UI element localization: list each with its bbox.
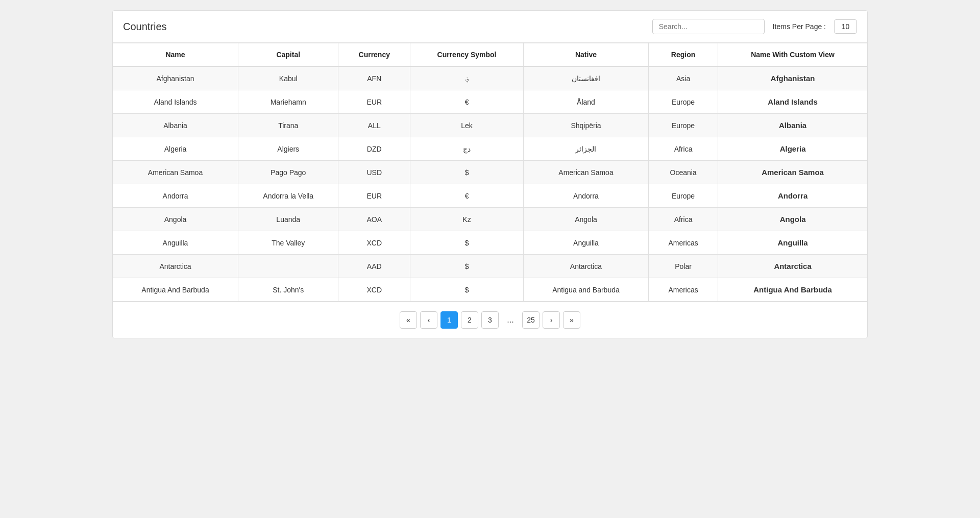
- cell-native: Antarctica: [523, 255, 648, 278]
- cell-name: Angola: [113, 208, 238, 231]
- cell-name_custom: Aland Islands: [718, 90, 867, 114]
- table-header: NameCapitalCurrencyCurrency SymbolNative…: [113, 43, 867, 67]
- table-body: AfghanistanKabulAFN؋افغانستانAsiaAfghani…: [113, 66, 867, 302]
- cell-native: American Samoa: [523, 161, 648, 184]
- cell-name: Afghanistan: [113, 66, 238, 90]
- cell-currency: EUR: [338, 90, 410, 114]
- cell-native: Shqipëria: [523, 114, 648, 137]
- cell-capital: The Valley: [238, 231, 338, 255]
- cell-region: Polar: [649, 255, 718, 278]
- cell-name: Antigua And Barbuda: [113, 278, 238, 302]
- cell-currency_symbol: $: [410, 161, 524, 184]
- cell-native: Angola: [523, 208, 648, 231]
- cell-currency: EUR: [338, 184, 410, 208]
- cell-currency: AAD: [338, 255, 410, 278]
- table-row: AfghanistanKabulAFN؋افغانستانAsiaAfghani…: [113, 66, 867, 90]
- table-row: AngolaLuandaAOAKzAngolaAfricaAngola: [113, 208, 867, 231]
- cell-name_custom: Anguilla: [718, 231, 867, 255]
- col-header-currency_symbol: Currency Symbol: [410, 43, 524, 67]
- cell-name: Aland Islands: [113, 90, 238, 114]
- items-per-page-label: Items Per Page :: [773, 22, 826, 31]
- cell-currency: XCD: [338, 231, 410, 255]
- cell-region: Oceania: [649, 161, 718, 184]
- cell-currency_symbol: $: [410, 255, 524, 278]
- pagination: « ‹ 1 2 3 ... 25 › »: [113, 302, 867, 338]
- col-header-name_custom: Name With Custom View: [718, 43, 867, 67]
- header-row: NameCapitalCurrencyCurrency SymbolNative…: [113, 43, 867, 67]
- table-row: American SamoaPago PagoUSD$American Samo…: [113, 161, 867, 184]
- cell-currency_symbol: ؋: [410, 66, 524, 90]
- cell-currency_symbol: Kz: [410, 208, 524, 231]
- cell-currency_symbol: €: [410, 184, 524, 208]
- cell-region: Africa: [649, 137, 718, 161]
- cell-region: Asia: [649, 66, 718, 90]
- cell-native: الجزائر: [523, 137, 648, 161]
- cell-currency_symbol: $: [410, 278, 524, 302]
- cell-currency: XCD: [338, 278, 410, 302]
- cell-native: Andorra: [523, 184, 648, 208]
- items-per-page-value[interactable]: 10: [834, 19, 857, 34]
- col-header-currency: Currency: [338, 43, 410, 67]
- cell-name_custom: Angola: [718, 208, 867, 231]
- pagination-page-3[interactable]: 3: [481, 311, 499, 329]
- table-row: AlgeriaAlgiersDZDدجالجزائرAfricaAlgeria: [113, 137, 867, 161]
- cell-name_custom: American Samoa: [718, 161, 867, 184]
- cell-capital: [238, 255, 338, 278]
- cell-capital: St. John's: [238, 278, 338, 302]
- cell-name_custom: Albania: [718, 114, 867, 137]
- cell-name_custom: Afghanistan: [718, 66, 867, 90]
- cell-region: Europe: [649, 90, 718, 114]
- cell-name_custom: Antigua And Barbuda: [718, 278, 867, 302]
- cell-currency: DZD: [338, 137, 410, 161]
- cell-currency: AOA: [338, 208, 410, 231]
- page-title: Countries: [123, 21, 167, 33]
- pagination-next[interactable]: ›: [543, 311, 560, 329]
- pagination-page-2[interactable]: 2: [461, 311, 478, 329]
- cell-name_custom: Algeria: [718, 137, 867, 161]
- col-header-name: Name: [113, 43, 238, 67]
- page-container: Countries Items Per Page : 10 NameCapita…: [112, 10, 868, 338]
- table-row: AndorraAndorra la VellaEUR€AndorraEurope…: [113, 184, 867, 208]
- pagination-ellipsis: ...: [502, 311, 519, 329]
- countries-table: NameCapitalCurrencyCurrency SymbolNative…: [113, 43, 867, 302]
- cell-capital: Tirana: [238, 114, 338, 137]
- cell-native: Åland: [523, 90, 648, 114]
- pagination-page-1[interactable]: 1: [440, 311, 458, 329]
- cell-region: Americas: [649, 278, 718, 302]
- table-row: AnguillaThe ValleyXCD$AnguillaAmericasAn…: [113, 231, 867, 255]
- cell-native: Antigua and Barbuda: [523, 278, 648, 302]
- pagination-prev[interactable]: ‹: [420, 311, 437, 329]
- cell-name_custom: Andorra: [718, 184, 867, 208]
- cell-currency_symbol: €: [410, 90, 524, 114]
- table-row: AlbaniaTiranaALLLekShqipëriaEuropeAlbani…: [113, 114, 867, 137]
- cell-capital: Algiers: [238, 137, 338, 161]
- cell-region: Americas: [649, 231, 718, 255]
- cell-currency: AFN: [338, 66, 410, 90]
- search-input[interactable]: [652, 19, 765, 34]
- cell-capital: Kabul: [238, 66, 338, 90]
- cell-region: Africa: [649, 208, 718, 231]
- cell-native: Anguilla: [523, 231, 648, 255]
- cell-currency_symbol: Lek: [410, 114, 524, 137]
- cell-name: American Samoa: [113, 161, 238, 184]
- col-header-native: Native: [523, 43, 648, 67]
- header-controls: Items Per Page : 10: [652, 19, 857, 34]
- pagination-last[interactable]: »: [563, 311, 580, 329]
- cell-name: Andorra: [113, 184, 238, 208]
- cell-name: Albania: [113, 114, 238, 137]
- cell-native: افغانستان: [523, 66, 648, 90]
- pagination-page-25[interactable]: 25: [522, 311, 540, 329]
- col-header-region: Region: [649, 43, 718, 67]
- cell-currency: ALL: [338, 114, 410, 137]
- cell-currency: USD: [338, 161, 410, 184]
- cell-capital: Pago Pago: [238, 161, 338, 184]
- cell-currency_symbol: $: [410, 231, 524, 255]
- cell-capital: Luanda: [238, 208, 338, 231]
- cell-currency_symbol: دج: [410, 137, 524, 161]
- pagination-first[interactable]: «: [400, 311, 417, 329]
- cell-region: Europe: [649, 114, 718, 137]
- table-row: Antigua And BarbudaSt. John'sXCD$Antigua…: [113, 278, 867, 302]
- cell-name: Algeria: [113, 137, 238, 161]
- cell-name: Antarctica: [113, 255, 238, 278]
- page-header: Countries Items Per Page : 10: [113, 11, 867, 43]
